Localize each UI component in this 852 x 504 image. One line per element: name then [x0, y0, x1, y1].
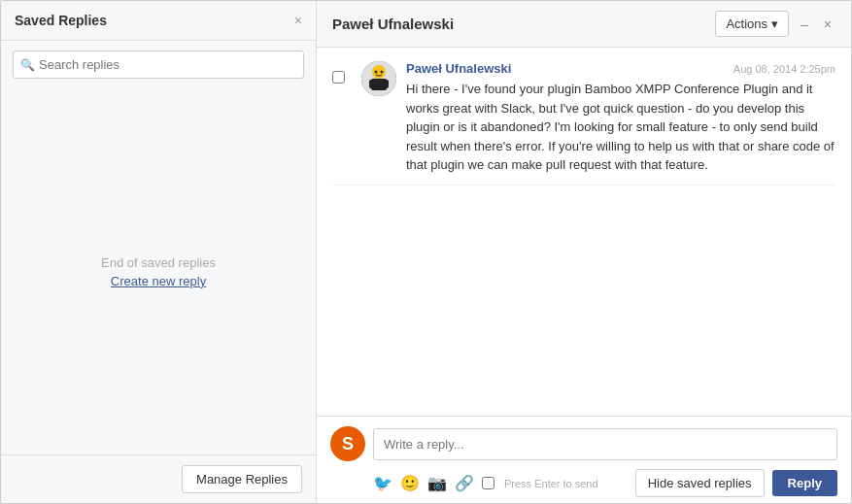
left-panel: Saved Replies × 🔍 End of saved replies C… [1, 1, 317, 503]
message-checkbox-area [332, 61, 352, 175]
link-icon[interactable]: 🔗 [455, 474, 474, 492]
search-area: 🔍 [1, 41, 316, 88]
message-checkbox[interactable] [332, 71, 345, 84]
reply-input[interactable] [373, 428, 837, 460]
right-panel: Paweł Ufnalewski Actions ▾ – × [317, 1, 851, 503]
right-panel-header: Paweł Ufnalewski Actions ▾ – × [317, 1, 851, 48]
actions-button[interactable]: Actions ▾ [715, 11, 789, 37]
avatar [361, 61, 396, 96]
end-of-replies-label: End of saved replies [101, 255, 216, 270]
emoji-icon[interactable]: 🙂 [400, 474, 420, 492]
message-area: Paweł Ufnalewski Aug 08, 2014 2:25pm Hi … [317, 48, 851, 416]
left-panel-header: Saved Replies × [1, 1, 316, 41]
reply-avatar-letter: S [342, 434, 354, 454]
header-actions-area: Actions ▾ – × [715, 11, 835, 37]
window-close-icon[interactable]: × [820, 13, 835, 36]
svg-point-6 [381, 71, 384, 74]
reply-area: S 🐦 🙂 📷 🔗 Press Enter to send Hide saved… [317, 416, 851, 503]
actions-dropdown-icon: ▾ [771, 17, 778, 31]
reply-button[interactable]: Reply [772, 470, 837, 496]
message-body: Paweł Ufnalewski Aug 08, 2014 2:25pm Hi … [406, 61, 835, 175]
search-input[interactable] [13, 50, 304, 79]
saved-replies-list: End of saved replies Create new reply [1, 88, 316, 454]
minimize-icon[interactable]: – [797, 13, 812, 36]
table-row: Paweł Ufnalewski Aug 08, 2014 2:25pm Hi … [332, 61, 835, 175]
saved-replies-title: Saved Replies [15, 13, 107, 28]
left-panel-footer: Manage Replies [1, 454, 316, 503]
facebook-icon[interactable]: 🐦 [373, 474, 392, 492]
reply-toolbar: 🐦 🙂 📷 🔗 Press Enter to send Hide saved r… [330, 469, 837, 497]
search-wrapper: 🔍 [13, 50, 304, 79]
reply-avatar: S [330, 426, 365, 461]
hide-saved-replies-button[interactable]: Hide saved replies [635, 469, 765, 497]
photo-icon[interactable]: 📷 [427, 474, 447, 492]
search-icon: 🔍 [20, 58, 35, 72]
reply-toolbar-right: Hide saved replies Reply [635, 469, 837, 497]
message-header-line: Paweł Ufnalewski Aug 08, 2014 2:25pm [406, 61, 835, 76]
message-divider [332, 185, 835, 185]
message-timestamp: Aug 08, 2014 2:25pm [733, 63, 835, 75]
main-window: Saved Replies × 🔍 End of saved replies C… [0, 0, 852, 504]
svg-point-1 [372, 65, 386, 79]
actions-label: Actions [726, 17, 767, 31]
create-new-reply-link[interactable]: Create new reply [111, 274, 206, 288]
press-enter-label: Press Enter to send [504, 478, 598, 489]
main-content: Saved Replies × 🔍 End of saved replies C… [1, 1, 851, 503]
manage-replies-button[interactable]: Manage Replies [182, 465, 302, 493]
reply-input-row: S [330, 426, 837, 461]
press-enter-checkbox[interactable] [482, 477, 494, 489]
message-text: Hi there - I've found your plugin Bamboo… [406, 80, 835, 175]
svg-point-5 [375, 71, 378, 74]
sender-name: Paweł Ufnalewski [406, 61, 511, 76]
svg-rect-3 [369, 80, 374, 88]
svg-rect-4 [384, 80, 389, 88]
left-panel-close-icon[interactable]: × [294, 13, 302, 28]
conversation-title: Paweł Ufnalewski [332, 16, 454, 32]
